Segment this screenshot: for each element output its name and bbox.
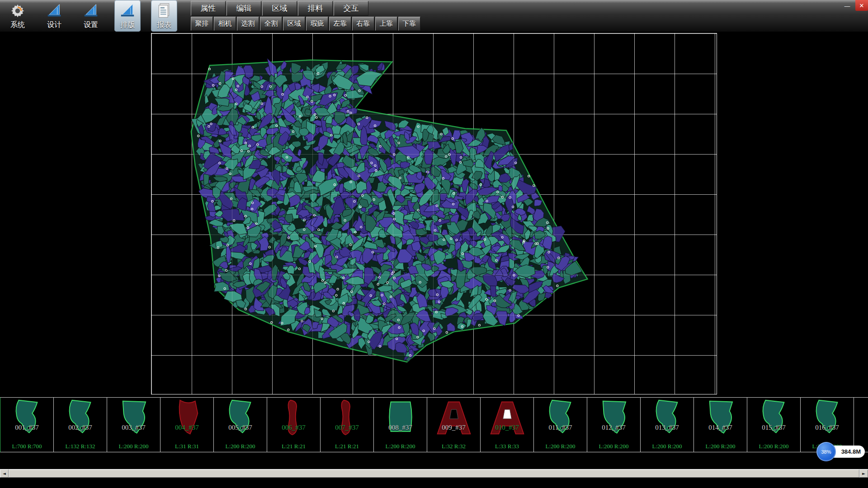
piece-lr-count: L:200 R:200 [214,443,267,450]
piece-thumbnail[interactable]: 004_#37L:31 R:31 [160,398,214,452]
piece-name: 014_#37 [694,424,747,432]
tool-button-align-right[interactable]: 右靠 [352,17,374,31]
piece-strip: 001_#37L:700 R:700002_#37L:132 R:132003_… [0,397,868,452]
piece-thumbnail[interactable]: 011_#37L:200 R:200 [534,398,587,452]
piece-thumbnail[interactable]: 007_#37L:21 R:21 [321,398,374,452]
piece-thumbnail[interactable]: 002_#37L:132 R:132 [54,398,107,452]
piece-name: 005_#37 [214,424,267,432]
sail-icon [46,1,63,21]
piece-name: 009_#37 [427,424,480,432]
menu-tab-edit[interactable]: 编辑 [226,1,261,16]
piece-thumbnail[interactable]: 013_#37L:200 R:200 [641,398,694,452]
scroll-left-arrow-icon[interactable]: ◄ [0,469,9,478]
piece-lr-count: L:32 R:32 [427,443,480,450]
tool-button-cluster-nest[interactable]: 聚排 [191,17,213,31]
scroll-right-arrow-icon[interactable]: ► [859,469,868,478]
sail-icon [119,1,136,21]
piece-lr-count: L:200 R:200 [694,443,747,450]
piece-thumbnail[interactable]: 009_#37L:32 R:32 [427,398,481,452]
progress-indicator: 38% [816,442,836,461]
piece-lr-count: L:200 R:200 [107,443,160,450]
piece-thumbnail[interactable]: 003_#37L:200 R:200 [107,398,160,452]
piece-thumbnail[interactable]: 010_#37L:33 R:33 [481,398,534,452]
piece-name: 013_#37 [641,424,693,432]
piece-lr-count: L:31 R:31 [160,443,213,450]
piece-lr-count: L:21 R:21 [267,443,320,450]
tool-button-align-left[interactable]: 左靠 [329,17,351,31]
piece-name: 007_#37 [321,424,373,432]
piece-name: 015_#37 [747,424,800,432]
gear-icon [9,1,26,21]
app-button-system[interactable]: 系统 [5,0,31,32]
piece-name: 003_#37 [107,424,160,432]
piece-name: 012_#37 [587,424,640,432]
menu-tab-nesting[interactable]: 排料 [298,1,333,16]
close-button[interactable]: ✕ [855,0,868,11]
app-button-label: 排版 [120,21,135,29]
piece-name: 006_#37 [267,424,320,432]
tool-button-select-cut[interactable]: 选割 [237,17,259,31]
piece-shape [857,399,868,436]
piece-name: 001_#37 [0,424,53,432]
piece-thumbnail[interactable]: 012_#37L:200 R:200 [587,398,641,452]
app-button-label: 设置 [84,21,98,29]
tool-button-align-top[interactable]: 上靠 [375,17,397,31]
app-button-design[interactable]: 设计 [41,0,67,32]
piece-lr-count: L:200 R:200 [641,443,693,450]
piece-name: 004_#37 [160,424,213,432]
piece-name: 016_#37 [801,424,854,432]
tool-button-row: 聚排相机选割全割区域瑕疵左靠右靠上靠下靠 [191,17,420,31]
piece-lr-count: L:700 R:700 [0,443,53,450]
status-badge: 384.8M 38% [816,442,867,461]
piece-thumbnail[interactable]: 006_#37L:21 R:21 [267,398,321,452]
piece-lr-count: L:200 R:200 [374,443,427,450]
piece-name: 010_#37 [481,424,533,432]
app-button-label: 系统 [10,21,25,29]
app-button-row: 系统设计设置排版报表 [5,0,177,32]
leather-hide-nest [151,33,717,394]
piece-lr-count: L:200 R:200 [534,443,587,450]
piece-thumbnail[interactable]: 015_#37L:200 R:200 [747,398,801,452]
menu-tab-interact[interactable]: 交互 [334,1,368,16]
piece-thumbnail[interactable]: 001_#37L:700 R:700 [0,398,54,452]
app-button-settings[interactable]: 设置 [78,0,104,32]
top-toolbar: 系统设计设置排版报表 属性编辑区域排料交互 聚排相机选割全割区域瑕疵左靠右靠上靠… [0,0,868,32]
sail-icon [82,1,99,21]
piece-thumbnail[interactable]: 008_#37L:200 R:200 [374,398,427,452]
piece-lr-count: L:33 R:33 [481,443,533,450]
scrollbar-thumb[interactable] [9,469,859,478]
minimize-button[interactable]: — [841,1,854,11]
piece-name: 002_#37 [54,424,107,432]
app-button-report[interactable]: 报表 [151,0,177,32]
app-button-label: 报表 [157,21,171,29]
piece-lr-count: L:200 R:200 [587,443,640,450]
piece-thumbnail[interactable]: 005_#37L:200 R:200 [214,398,267,452]
report-icon [156,1,172,21]
app-button-label: 设计 [47,21,61,29]
tool-button-align-bottom[interactable]: 下靠 [398,17,420,31]
app-button-layout[interactable]: 排版 [114,0,141,32]
tool-button-zone[interactable]: 区域 [283,17,305,31]
menu-tab-properties[interactable]: 属性 [191,1,226,16]
tool-button-defect[interactable]: 瑕疵 [306,17,328,31]
piece-lr-count: L:200 R:200 [747,443,800,450]
piece-lr-count: L:132 R:132 [54,443,107,450]
piece-name: 008_#37 [374,424,427,432]
horizontal-scrollbar[interactable]: ◄ ► [0,469,868,477]
tool-button-camera[interactable]: 相机 [214,17,236,31]
menu-tab-row: 属性编辑区域排料交互 [191,1,368,16]
nesting-canvas[interactable] [151,33,717,394]
piece-thumbnail[interactable]: 014_#37L:200 R:200 [694,398,747,452]
menu-tab-region[interactable]: 区域 [262,1,297,16]
piece-name: 011_#37 [534,424,587,432]
piece-lr-count: L:21 R:21 [321,443,373,450]
tool-button-cut-all[interactable]: 全割 [260,17,282,31]
